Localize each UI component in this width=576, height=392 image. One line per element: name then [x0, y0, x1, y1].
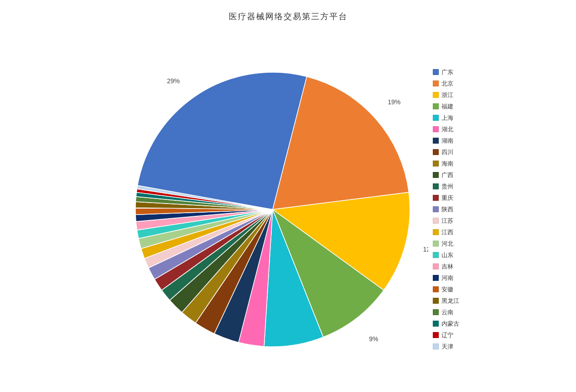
legend-label-黑龙江: 黑龙江	[441, 297, 459, 305]
legend-item-江西: 江西	[433, 228, 459, 236]
legend-label-内蒙古: 内蒙古	[441, 320, 459, 328]
label-29%: 29%	[167, 77, 180, 84]
legend-label-浙江: 浙江	[441, 91, 453, 99]
legend-item-广西: 广西	[433, 171, 459, 179]
label-12%: 12%	[423, 245, 428, 252]
legend-color-湖南	[433, 138, 439, 144]
legend-label-广西: 广西	[441, 171, 453, 179]
chart-container: 医疗器械网络交易第三方平台 29%19%12%9%7%3% 广东北京浙江福建上海…	[0, 0, 576, 392]
label-19%: 19%	[388, 98, 400, 105]
legend-color-天津	[433, 344, 439, 349]
legend-color-北京	[433, 81, 439, 86]
legend-label-四川: 四川	[441, 148, 453, 156]
chart-body: 29%19%12%9%7%3% 广东北京浙江福建上海湖北湖南四川海南广西贵州重庆…	[0, 27, 576, 392]
legend-label-海南: 海南	[441, 160, 453, 168]
legend-color-江苏	[433, 218, 439, 224]
legend-label-上海: 上海	[441, 114, 453, 122]
legend-color-湖北	[433, 126, 439, 132]
legend-color-广东	[433, 69, 439, 75]
legend-label-吉林: 吉林	[441, 263, 453, 271]
legend-color-黑龙江	[433, 298, 439, 304]
legend-label-陕西: 陕西	[441, 205, 453, 214]
legend-label-河南: 河南	[441, 274, 453, 282]
legend-item-四川: 四川	[433, 148, 459, 156]
legend-item-贵州: 贵州	[433, 183, 459, 191]
legend-label-重庆: 重庆	[441, 194, 453, 202]
legend-item-福建: 福建	[433, 102, 459, 111]
legend-item-江苏: 江苏	[433, 217, 459, 225]
chart-title: 医疗器械网络交易第三方平台	[229, 11, 348, 22]
legend-label-辽宁: 辽宁	[441, 331, 453, 339]
legend-item-河北: 河北	[433, 240, 459, 248]
legend-color-浙江	[433, 92, 439, 98]
legend-color-广西	[433, 172, 439, 178]
legend-color-内蒙古	[433, 321, 439, 327]
legend-item-山东: 山东	[433, 251, 459, 259]
legend-color-上海	[433, 115, 439, 121]
legend-item-湖北: 湖北	[433, 125, 459, 134]
legend-color-安徽	[433, 286, 439, 292]
legend-item-陕西: 陕西	[433, 205, 459, 214]
legend-item-云南: 云南	[433, 308, 459, 317]
legend-label-北京: 北京	[441, 80, 453, 88]
legend-item-上海: 上海	[433, 114, 459, 122]
legend-item-北京: 北京	[433, 80, 459, 88]
legend-color-河北	[433, 241, 439, 247]
legend-item-广东: 广东	[433, 68, 459, 76]
legend-item-重庆: 重庆	[433, 194, 459, 202]
legend-label-贵州: 贵州	[441, 183, 453, 191]
legend-item-安徽: 安徽	[433, 285, 459, 294]
legend-label-山东: 山东	[441, 251, 453, 259]
legend-item-海南: 海南	[433, 160, 459, 168]
legend-item-吉林: 吉林	[433, 263, 459, 271]
legend-color-四川	[433, 149, 439, 155]
label-9%: 9%	[369, 335, 378, 343]
legend-item-河南: 河南	[433, 274, 459, 282]
legend-color-吉林	[433, 263, 439, 269]
legend-item-天津: 天津	[433, 343, 459, 351]
legend-label-江西: 江西	[441, 228, 453, 236]
legend-label-福建: 福建	[441, 102, 453, 111]
legend-color-辽宁	[433, 332, 439, 338]
legend-color-云南	[433, 309, 439, 315]
legend-label-江苏: 江苏	[441, 217, 453, 225]
legend-item-辽宁: 辽宁	[433, 331, 459, 339]
legend-color-山东	[433, 252, 439, 258]
legend-color-河南	[433, 275, 439, 281]
legend-area: 广东北京浙江福建上海湖北湖南四川海南广西贵州重庆陕西江苏江西河北山东吉林河南安徽…	[433, 68, 459, 351]
legend-label-河北: 河北	[441, 240, 453, 248]
legend-item-黑龙江: 黑龙江	[433, 297, 459, 305]
legend-item-浙江: 浙江	[433, 91, 459, 99]
pie-chart: 29%19%12%9%7%3%	[117, 54, 428, 365]
pie-area: 29%19%12%9%7%3%	[117, 54, 428, 365]
legend-item-湖南: 湖南	[433, 137, 459, 145]
legend-color-海南	[433, 161, 439, 166]
legend-color-陕西	[433, 206, 439, 212]
legend-label-安徽: 安徽	[441, 285, 453, 294]
legend-color-江西	[433, 229, 439, 235]
legend-label-湖北: 湖北	[441, 125, 453, 134]
legend-color-福建	[433, 103, 439, 109]
legend-label-云南: 云南	[441, 308, 453, 317]
legend-label-广东: 广东	[441, 68, 453, 76]
legend-label-湖南: 湖南	[441, 137, 453, 145]
legend-color-重庆	[433, 195, 439, 201]
legend-item-内蒙古: 内蒙古	[433, 320, 459, 328]
legend-color-贵州	[433, 183, 439, 189]
legend-label-天津: 天津	[441, 343, 453, 351]
